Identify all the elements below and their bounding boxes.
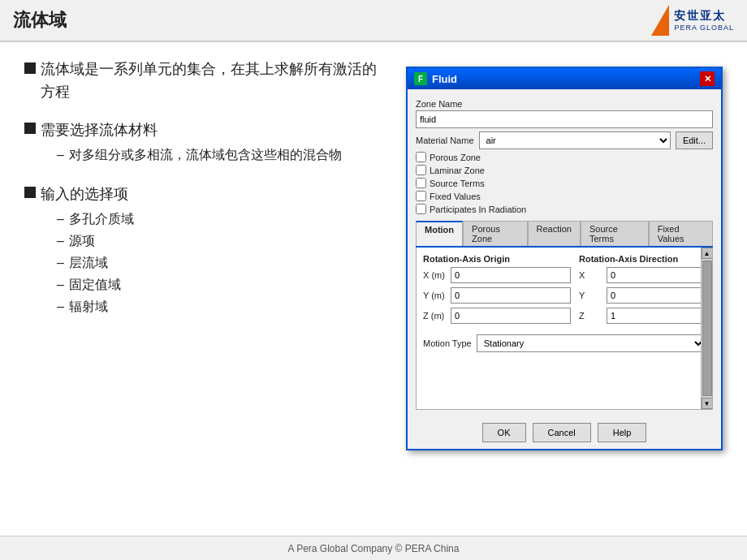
rotation-direction-group: Rotation-Axis Direction X Y Z bbox=[579, 254, 713, 328]
material-name-select[interactable]: air bbox=[479, 131, 671, 149]
footer-text: A Pera Global Company © PERA China bbox=[288, 543, 460, 554]
dialog-title: Fluid bbox=[432, 73, 457, 85]
tab-content-motion: Rotation-Axis Origin X (m) Y (m) Z (m) bbox=[416, 248, 713, 410]
tab-porous-zone[interactable]: Porous Zone bbox=[463, 221, 527, 246]
checkbox-laminar-zone: Laminar Zone bbox=[416, 165, 713, 175]
origin-z-input[interactable] bbox=[451, 308, 571, 324]
bullet-icon-2 bbox=[24, 123, 36, 134]
dash-icon-3-4: – bbox=[57, 275, 64, 295]
dir-y-input[interactable] bbox=[607, 287, 713, 304]
checkbox-fixed-values: Fixed Values bbox=[416, 191, 713, 201]
text-panel: 流体域是一系列单元的集合，在其上求解所有激活的方程 需要选择流体材料 – 对多组… bbox=[24, 58, 390, 528]
sub-bullet-text-3-1: 多孔介质域 bbox=[69, 209, 134, 230]
sub-bullet-3-1: – 多孔介质域 bbox=[57, 209, 134, 230]
dialog-buttons: OK Cancel Help bbox=[408, 416, 721, 449]
page-title: 流体域 bbox=[13, 8, 67, 32]
sub-bullet-text-3-4: 固定值域 bbox=[69, 275, 121, 295]
zone-name-label: Zone Name bbox=[416, 99, 713, 109]
logo-en: PERA GLOBAL bbox=[674, 24, 734, 32]
source-terms-checkbox[interactable] bbox=[416, 178, 426, 188]
tab-source-terms[interactable]: Source Terms bbox=[581, 221, 649, 246]
scrollbar-down-button[interactable]: ▼ bbox=[702, 398, 713, 409]
dialog-titlebar: F Fluid ✕ bbox=[408, 68, 721, 89]
dialog-box: F Fluid ✕ Zone Name Material Name air Ed… bbox=[406, 67, 723, 450]
main-content: 流体域是一系列单元的集合，在其上求解所有激活的方程 需要选择流体材料 – 对多组… bbox=[0, 42, 747, 536]
rotation-origin-title: Rotation-Axis Origin bbox=[423, 254, 571, 264]
edit-button[interactable]: Edit... bbox=[676, 131, 713, 149]
dir-z-label: Z bbox=[579, 311, 603, 321]
ok-button[interactable]: OK bbox=[482, 423, 526, 442]
bullet-2: 需要选择流体材料 – 对多组分或多相流，流体域包含这些相的混合物 bbox=[24, 118, 390, 169]
origin-x-label: X (m) bbox=[423, 270, 447, 280]
tab-motion[interactable]: Motion bbox=[416, 221, 463, 246]
fixed-values-checkbox[interactable] bbox=[416, 191, 426, 201]
sub-bullet-3-5: – 辐射域 bbox=[57, 297, 134, 317]
laminar-zone-label: Laminar Zone bbox=[430, 166, 485, 175]
material-name-row: Material Name air Edit... bbox=[416, 131, 713, 149]
origin-z-row: Z (m) bbox=[423, 308, 571, 324]
bullet-text-3: 输入的选择项 bbox=[41, 186, 128, 202]
origin-x-input[interactable] bbox=[451, 267, 571, 283]
sub-bullet-3-4: – 固定值域 bbox=[57, 275, 134, 295]
dir-z-row: Z bbox=[579, 308, 713, 324]
motion-type-row: Motion Type Stationary Moving Reference … bbox=[423, 334, 706, 352]
dialog-app-icon: F bbox=[414, 72, 427, 85]
scrollbar-up-button[interactable]: ▲ bbox=[702, 248, 713, 259]
origin-y-input[interactable] bbox=[451, 287, 571, 304]
porous-zone-label: Porous Zone bbox=[430, 153, 481, 162]
origin-x-row: X (m) bbox=[423, 267, 571, 283]
tabs-bar: Motion Porous Zone Reaction Source Terms… bbox=[416, 221, 713, 248]
dir-x-input[interactable] bbox=[607, 267, 713, 283]
zone-name-input[interactable] bbox=[416, 110, 713, 128]
bullet-icon-1 bbox=[24, 62, 36, 74]
fixed-values-label: Fixed Values bbox=[430, 192, 481, 201]
laminar-zone-checkbox[interactable] bbox=[416, 165, 426, 175]
rotation-direction-title: Rotation-Axis Direction bbox=[579, 254, 713, 264]
cancel-button[interactable]: Cancel bbox=[533, 423, 591, 442]
bullet-text-2: 需要选择流体材料 bbox=[41, 122, 158, 138]
dir-y-row: Y bbox=[579, 287, 713, 304]
sub-bullet-text-3-5: 辐射域 bbox=[69, 297, 108, 317]
sub-bullets-3: – 多孔介质域 – 源项 – 层流域 – 固定值域 bbox=[57, 209, 134, 317]
two-col-layout: Rotation-Axis Origin X (m) Y (m) Z (m) bbox=[423, 254, 706, 328]
scrollbar[interactable]: ▲ ▼ bbox=[701, 248, 712, 409]
sub-bullets-2: – 对多组分或多相流，流体域包含这些相的混合物 bbox=[57, 145, 342, 166]
logo: 安世亚太 PERA GLOBAL bbox=[651, 5, 734, 36]
dash-icon: – bbox=[57, 145, 64, 166]
origin-y-row: Y (m) bbox=[423, 287, 571, 304]
tab-reaction[interactable]: Reaction bbox=[528, 221, 581, 246]
dialog-body: Zone Name Material Name air Edit... Poro… bbox=[408, 89, 721, 416]
scrollbar-thumb[interactable] bbox=[702, 261, 712, 396]
motion-type-select[interactable]: Stationary Moving Reference Frame Moving… bbox=[477, 334, 706, 352]
dir-y-label: Y bbox=[579, 291, 603, 300]
rotation-origin-group: Rotation-Axis Origin X (m) Y (m) Z (m) bbox=[423, 254, 571, 328]
motion-type-label: Motion Type bbox=[423, 338, 472, 348]
footer: A Pera Global Company © PERA China bbox=[0, 536, 747, 560]
sub-bullet-text-3-3: 层流域 bbox=[69, 253, 108, 274]
dash-icon-3-2: – bbox=[57, 231, 64, 252]
bullet-text-1: 流体域是一系列单元的集合，在其上求解所有激活的方程 bbox=[41, 58, 390, 104]
porous-zone-checkbox[interactable] bbox=[416, 152, 426, 162]
logo-icon bbox=[651, 5, 669, 36]
logo-cn: 安世亚太 bbox=[674, 9, 726, 24]
checkbox-porous-zone: Porous Zone bbox=[416, 152, 713, 162]
dir-z-input[interactable] bbox=[607, 308, 713, 324]
dir-x-label: X bbox=[579, 270, 603, 280]
fluid-dialog: F Fluid ✕ Zone Name Material Name air Ed… bbox=[406, 67, 723, 450]
dash-icon-3-5: – bbox=[57, 297, 64, 317]
participates-radiation-label: Participates In Radiation bbox=[430, 205, 526, 214]
bullet-icon-3 bbox=[24, 187, 36, 198]
help-button[interactable]: Help bbox=[598, 423, 647, 442]
source-terms-label: Source Terms bbox=[430, 179, 485, 188]
dir-x-row: X bbox=[579, 267, 713, 283]
dialog-close-button[interactable]: ✕ bbox=[700, 71, 715, 86]
sub-bullet-3-2: – 源项 bbox=[57, 231, 134, 252]
checkbox-participates-radiation: Participates In Radiation bbox=[416, 204, 713, 214]
dash-icon-3-1: – bbox=[57, 209, 64, 230]
tab-fixed-values[interactable]: Fixed Values bbox=[649, 221, 713, 246]
dash-icon-3-3: – bbox=[57, 253, 64, 274]
sub-bullet-2-1: – 对多组分或多相流，流体域包含这些相的混合物 bbox=[57, 145, 342, 166]
header: 流体域 安世亚太 PERA GLOBAL bbox=[0, 0, 747, 42]
participates-radiation-checkbox[interactable] bbox=[416, 204, 426, 214]
sub-bullet-3-3: – 层流域 bbox=[57, 253, 134, 274]
